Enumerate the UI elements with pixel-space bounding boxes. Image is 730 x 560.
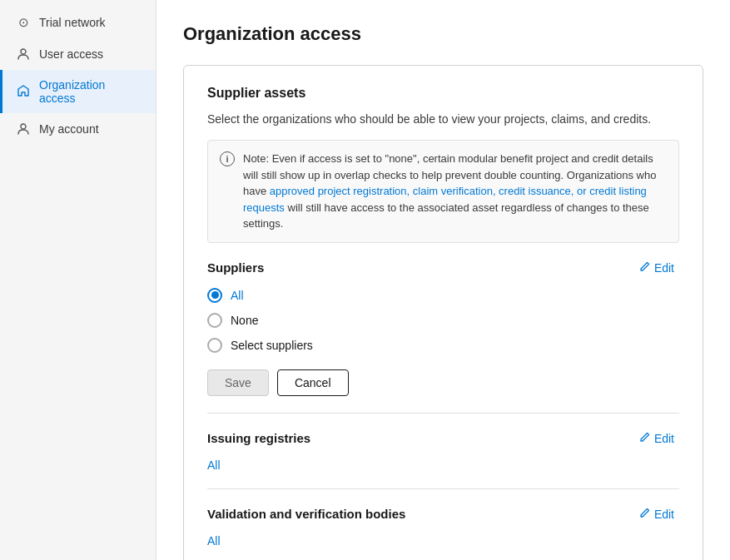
radio-none-circle — [207, 313, 222, 328]
validation-bodies-section: Validation and verification bodies Edit … — [207, 506, 679, 548]
trial-network-icon: ⊙ — [16, 15, 31, 30]
validation-bodies-header: Validation and verification bodies Edit — [207, 506, 679, 523]
main-content: Organization access Supplier assets Sele… — [156, 0, 730, 560]
supplier-assets-title: Supplier assets — [207, 86, 679, 101]
svg-point-1 — [21, 124, 26, 129]
edit-pencil-icon — [639, 261, 650, 275]
sidebar-item-organization-access[interactable]: Organization access — [0, 70, 156, 113]
sidebar-item-user-access[interactable]: User access — [0, 38, 156, 70]
validation-bodies-title: Validation and verification bodies — [207, 507, 405, 521]
issuing-registries-edit-label: Edit — [654, 432, 674, 445]
supplier-assets-card: Supplier assets Select the organizations… — [183, 65, 703, 560]
divider-2 — [207, 488, 679, 489]
note-box: i Note: Even if access is set to "none",… — [207, 140, 679, 243]
validation-bodies-edit-button[interactable]: Edit — [634, 506, 679, 523]
suppliers-edit-label: Edit — [654, 261, 674, 275]
sidebar-label-my-account: My account — [39, 122, 99, 136]
suppliers-radio-group: All None Select suppliers — [207, 288, 679, 353]
validation-bodies-edit-label: Edit — [654, 508, 674, 521]
page-title: Organization access — [183, 23, 703, 45]
suppliers-title: Suppliers — [207, 260, 264, 275]
radio-all-label: All — [231, 289, 244, 302]
issuing-registries-value: All — [207, 458, 679, 472]
radio-select-circle — [207, 338, 222, 353]
divider-1 — [207, 413, 679, 414]
sidebar: ⊙ Trial network User access Organization… — [0, 0, 156, 560]
approved-link: approved project registration, claim ver… — [243, 185, 647, 214]
radio-all-circle — [207, 288, 222, 303]
suppliers-header: Suppliers Edit — [207, 260, 679, 276]
supplier-assets-description: Select the organizations who should be a… — [207, 111, 679, 128]
radio-select-label: Select suppliers — [231, 339, 313, 352]
user-access-icon — [16, 47, 31, 62]
my-account-icon — [16, 121, 31, 136]
radio-select-suppliers[interactable]: Select suppliers — [207, 338, 679, 353]
edit-pencil-icon-3 — [639, 508, 650, 521]
validation-bodies-value: All — [207, 534, 679, 548]
radio-none-label: None — [231, 314, 258, 327]
edit-pencil-icon-2 — [639, 432, 650, 445]
supplier-assets-section: Supplier assets Select the organizations… — [207, 86, 679, 396]
radio-all[interactable]: All — [207, 288, 679, 303]
issuing-registries-section: Issuing registries Edit All — [207, 430, 679, 472]
organization-access-icon — [16, 84, 31, 99]
issuing-registries-title: Issuing registries — [207, 431, 310, 445]
note-text: Note: Even if access is set to "none", c… — [243, 151, 667, 232]
cancel-button[interactable]: Cancel — [277, 369, 349, 396]
issuing-registries-header: Issuing registries Edit — [207, 430, 679, 447]
radio-none[interactable]: None — [207, 313, 679, 328]
sidebar-item-trial-network[interactable]: ⊙ Trial network — [0, 7, 156, 38]
sidebar-label-organization-access: Organization access — [39, 78, 142, 105]
info-icon: i — [220, 151, 235, 166]
svg-point-0 — [21, 49, 26, 54]
action-buttons: Save Cancel — [207, 369, 679, 396]
save-button[interactable]: Save — [207, 369, 269, 396]
sidebar-label-user-access: User access — [39, 47, 103, 61]
suppliers-edit-button[interactable]: Edit — [634, 260, 679, 276]
sidebar-label-trial-network: Trial network — [39, 16, 106, 29]
sidebar-item-my-account[interactable]: My account — [0, 113, 156, 145]
issuing-registries-edit-button[interactable]: Edit — [634, 430, 679, 447]
